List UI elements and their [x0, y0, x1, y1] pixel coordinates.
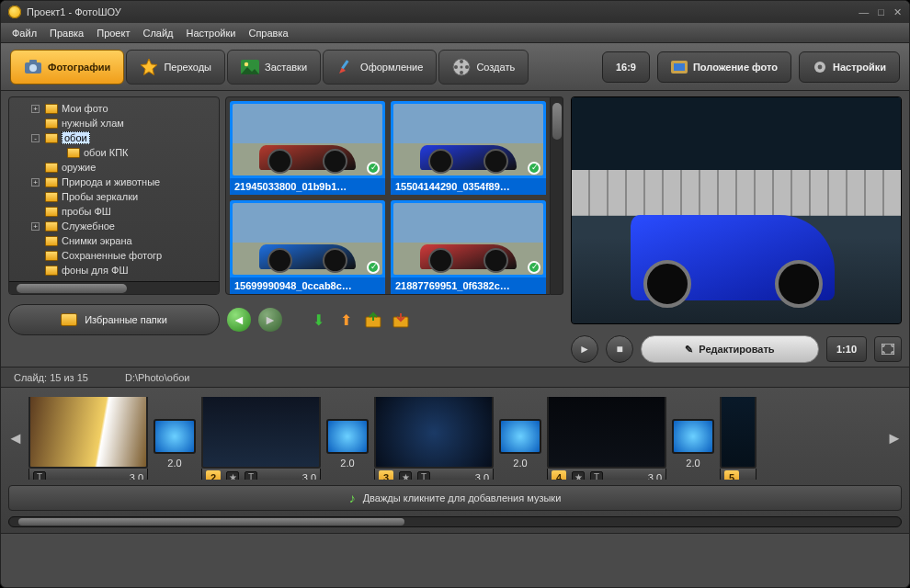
star-badge-icon[interactable]: ★ [226, 471, 239, 481]
music-track[interactable]: ♪ Дважды кликните для добавления музыки [8, 485, 902, 511]
thumbnail[interactable]: 15504144290_0354f89… [391, 101, 546, 195]
timeline-transition[interactable]: 2.0 [499, 419, 541, 480]
pencil-icon: ✎ [685, 344, 693, 356]
tree-hscrollbar[interactable] [9, 281, 219, 294]
slide-duration: 3.0 [302, 472, 316, 481]
checkmark-icon [367, 261, 380, 274]
close-icon[interactable]: ✕ [893, 6, 902, 18]
slide-number: 3 [379, 470, 393, 481]
thumbnail[interactable]: 21887769951_0f6382c… [391, 200, 546, 294]
timeline-slide[interactable]: 2★T3.0 [201, 397, 321, 480]
tab-transitions-label: Переходы [164, 62, 211, 73]
edit-slide-button[interactable]: ✎ Редактировать [641, 335, 819, 363]
menu-help[interactable]: Справка [248, 28, 288, 39]
nav-back-button[interactable]: ◄ [227, 308, 251, 332]
thumbs-vscrollbar[interactable] [551, 96, 563, 295]
menubar: Файл Правка Проект Слайд Настройки Справ… [1, 23, 909, 43]
preview-viewport[interactable] [571, 96, 902, 324]
tree-item[interactable]: нужный хлам [9, 116, 219, 130]
remove-from-folder-icon[interactable] [391, 310, 411, 330]
expand-icon[interactable]: - [31, 134, 40, 142]
tab-splash[interactable]: Заставки [227, 50, 321, 85]
tree-item-label: Природа и животные [62, 176, 160, 187]
maximize-icon[interactable]: □ [878, 6, 884, 18]
timeline-hscrollbar[interactable] [8, 516, 902, 527]
menu-project[interactable]: Проект [97, 28, 130, 39]
transition-duration: 2.0 [167, 458, 181, 469]
text-badge-icon[interactable]: T [245, 471, 257, 481]
tree-item[interactable]: +Служебное [9, 219, 219, 233]
timeline-slide[interactable]: 4★T3.0 [547, 397, 666, 480]
tab-design[interactable]: Оформление [323, 50, 437, 85]
star-badge-icon[interactable]: ★ [399, 471, 412, 481]
tree-item[interactable]: +Мои фото [9, 101, 219, 116]
thumbnail-caption: 21945033800_01b9b1… [230, 178, 385, 195]
menu-edit[interactable]: Правка [50, 28, 84, 39]
arrow-down-icon[interactable]: ⬇ [308, 310, 328, 330]
timeline-scroll-left[interactable]: ◄ [8, 429, 23, 448]
aspect-ratio-button[interactable]: 16:9 [602, 51, 650, 83]
stop-button[interactable]: ■ [606, 335, 633, 363]
star-badge-icon[interactable]: ★ [572, 471, 585, 481]
timeline-scroll-right[interactable]: ► [887, 429, 902, 448]
timeline-slide[interactable]: 3★T3.0 [374, 397, 494, 480]
tab-create[interactable]: Создать [438, 50, 529, 85]
text-badge-icon[interactable]: T [33, 471, 46, 481]
menu-settings[interactable]: Настройки [187, 28, 236, 39]
tree-item-label: Мои фото [62, 103, 108, 114]
favorite-folders-label: Избранные папки [85, 314, 167, 325]
menu-file[interactable]: Файл [12, 28, 37, 39]
timeline-transition[interactable]: 2.0 [672, 419, 714, 480]
tree-item[interactable]: -обои [9, 130, 219, 145]
menu-slide[interactable]: Слайд [142, 28, 173, 39]
picture-icon [241, 58, 259, 76]
transition-thumbnail [499, 419, 541, 454]
text-badge-icon[interactable]: T [417, 471, 430, 481]
expand-icon[interactable]: + [31, 178, 40, 187]
preview-image [572, 97, 901, 323]
fullscreen-button[interactable] [874, 336, 902, 362]
tree-item[interactable]: Сохраненные фотогр [9, 248, 219, 263]
timeline-track[interactable]: T3.02.02★T3.02.03★T3.02.04★T3.02.05 [28, 397, 882, 480]
tab-transitions[interactable]: Переходы [126, 50, 225, 85]
nav-forward-button[interactable]: ► [258, 308, 282, 332]
tree-item[interactable]: Пробы зеркалки [9, 189, 219, 204]
favorite-folders-button[interactable]: Избранные папки [8, 304, 220, 335]
slide-counter: Слайд: 15 из 15 [14, 372, 88, 383]
preview-pane: ► ■ ✎ Редактировать 1:10 [571, 96, 902, 367]
tree-item[interactable]: оружие [9, 160, 219, 175]
tree-item[interactable]: обои КПК [9, 145, 219, 160]
folder-icon [67, 148, 80, 158]
slide-thumbnail [28, 397, 148, 469]
slide-thumbnail [201, 397, 321, 469]
thumbnail-grid: 21945033800_01b9b1…15504144290_0354f89…1… [225, 96, 551, 295]
play-button[interactable]: ► [571, 335, 598, 363]
folder-tree[interactable]: +Мои фотонужный хлам-обоиобои КПКоружие+… [8, 96, 220, 295]
tree-item[interactable]: +Природа и животные [9, 175, 219, 189]
arrow-up-icon[interactable]: ⬆ [336, 310, 356, 330]
thumbnail[interactable]: 21945033800_01b9b1… [230, 101, 385, 195]
expand-icon[interactable]: + [31, 222, 40, 231]
timeline-transition[interactable]: 2.0 [326, 419, 369, 480]
svg-rect-6 [341, 60, 348, 69]
slide-footer: 3★T3.0 [374, 469, 494, 480]
fullscreen-icon [882, 344, 894, 355]
text-badge-icon[interactable]: T [590, 471, 603, 481]
thumbnail[interactable]: 15699990948_0ccab8c… [230, 200, 385, 294]
timeline-slide[interactable]: T3.0 [28, 397, 148, 480]
photo-fit-button[interactable]: Положение фото [657, 51, 791, 83]
tree-item-label: нужный хлам [62, 118, 124, 129]
transition-thumbnail [154, 419, 196, 454]
settings-button[interactable]: Настройки [799, 51, 900, 83]
expand-icon[interactable]: + [31, 105, 40, 113]
timeline-slide[interactable]: 5 [720, 397, 756, 480]
tab-create-label: Создать [476, 62, 515, 73]
tab-photos[interactable]: Фотографии [10, 50, 124, 85]
minimize-icon[interactable]: — [859, 6, 869, 18]
add-to-folder-icon[interactable] [363, 310, 383, 330]
timeline-transition[interactable]: 2.0 [154, 419, 196, 480]
tree-item[interactable]: фоны для ФШ [9, 263, 219, 277]
transition-thumbnail [326, 419, 369, 454]
tree-item[interactable]: пробы ФШ [9, 204, 219, 219]
tree-item[interactable]: Снимки экрана [9, 233, 219, 248]
